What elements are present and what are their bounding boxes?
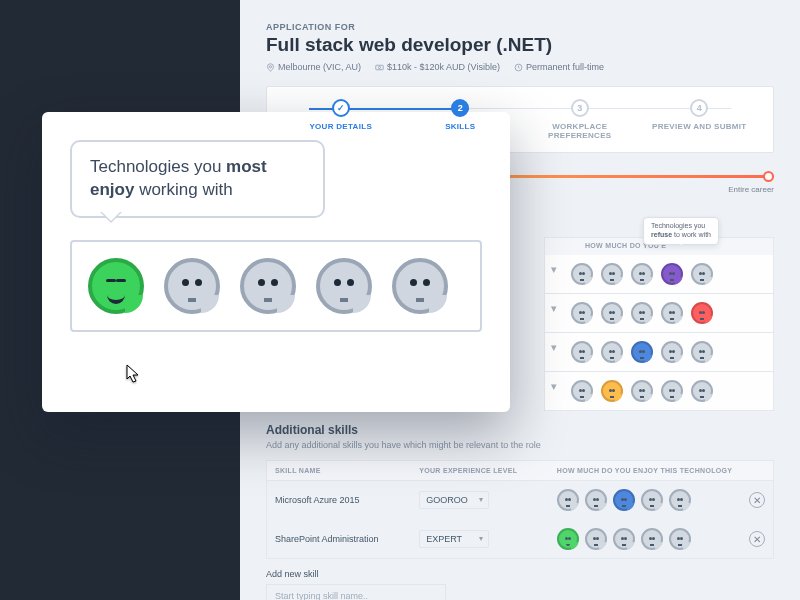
slider-knob[interactable] [763, 171, 774, 182]
step-workplace-preferences[interactable]: 3 WORKPLACE PREFERENCES [520, 99, 640, 140]
chevron-down-icon[interactable]: ▾ [551, 263, 563, 285]
face-grey[interactable] [571, 302, 593, 324]
location-meta: Melbourne (VIC, AU) [266, 62, 361, 72]
svg-point-0 [269, 66, 271, 68]
enjoy-row: ▾ [544, 333, 774, 372]
enjoy-popover: Technologies you most enjoy working with [42, 112, 510, 412]
step-skills[interactable]: 2 SKILLS [401, 99, 521, 131]
face-grey[interactable] [571, 380, 593, 402]
face-green[interactable] [557, 528, 579, 550]
face-grey[interactable] [631, 263, 653, 285]
salary-meta: $110k - $120k AUD (Visible) [375, 62, 500, 72]
face-grey[interactable] [571, 263, 593, 285]
enjoy-row: ▾ [544, 372, 774, 411]
face-orange[interactable] [601, 380, 623, 402]
chevron-down-icon[interactable]: ▾ [551, 380, 563, 402]
face-neutral-2[interactable] [164, 258, 220, 314]
col-enjoy: HOW MUCH DO YOU ENJOY THIS TECHNOLOGY [549, 461, 774, 481]
face-red[interactable] [691, 302, 713, 324]
skill-name-cell: Microsoft Azure 2015 [267, 481, 412, 520]
face-grey[interactable] [641, 528, 663, 550]
remove-skill-button[interactable]: ✕ [749, 531, 765, 547]
experience-level-select[interactable]: EXPERT [419, 530, 489, 548]
enjoy-faces [557, 528, 733, 550]
face-blue[interactable] [631, 341, 653, 363]
face-grey[interactable] [571, 341, 593, 363]
face-grey[interactable] [557, 489, 579, 511]
pin-icon [266, 63, 275, 72]
face-grey[interactable] [661, 302, 683, 324]
face-grey[interactable] [661, 380, 683, 402]
table-row: Microsoft Azure 2015GOOROO✕ [267, 481, 774, 520]
face-grey[interactable] [631, 380, 653, 402]
enjoy-row: ▾ [544, 294, 774, 333]
remove-skill-button[interactable]: ✕ [749, 492, 765, 508]
face-grey[interactable] [631, 302, 653, 324]
chevron-down-icon[interactable]: ▾ [551, 302, 563, 324]
col-experience-level: YOUR EXPERIENCE LEVEL [411, 461, 549, 481]
face-grey[interactable] [613, 528, 635, 550]
svg-point-2 [378, 66, 380, 68]
skill-name-cell: SharePoint Administration [267, 520, 412, 559]
money-icon [375, 63, 384, 72]
col-skill-name: SKILL NAME [267, 461, 412, 481]
enjoy-face-row [70, 240, 482, 332]
clock-icon [514, 63, 523, 72]
enjoy-row: ▾ [544, 255, 774, 294]
experience-level-select[interactable]: GOOROO [419, 491, 489, 509]
face-blue[interactable] [613, 489, 635, 511]
slider-max-label: Entire career [728, 185, 774, 194]
face-grey[interactable] [691, 263, 713, 285]
job-meta: Melbourne (VIC, AU) $110k - $120k AUD (V… [266, 62, 774, 72]
speech-bubble: Technologies you most enjoy working with [70, 140, 325, 218]
additional-skills-title: Additional skills [266, 423, 774, 437]
job-title: Full stack web developer (.NET) [266, 34, 774, 56]
face-grey[interactable] [601, 341, 623, 363]
cursor-icon [124, 364, 140, 384]
face-grey[interactable] [585, 528, 607, 550]
application-for-label: APPLICATION FOR [266, 22, 774, 32]
face-neutral-5[interactable] [392, 258, 448, 314]
enjoy-faces [557, 489, 733, 511]
face-grey[interactable] [661, 341, 683, 363]
face-grey[interactable] [641, 489, 663, 511]
add-skill-input[interactable]: Start typing skill name.. [266, 584, 446, 600]
face-grey[interactable] [585, 489, 607, 511]
type-meta: Permanent full-time [514, 62, 604, 72]
face-neutral-3[interactable] [240, 258, 296, 314]
face-grey[interactable] [601, 263, 623, 285]
face-neutral-4[interactable] [316, 258, 372, 314]
step-your-details[interactable]: ✓ YOUR DETAILS [281, 99, 401, 131]
table-row: SharePoint AdministrationEXPERT✕ [267, 520, 774, 559]
add-new-skill-label: Add new skill [266, 569, 774, 579]
step-preview-submit[interactable]: 4 PREVIEW AND SUBMIT [640, 99, 760, 131]
refuse-tooltip: Technologies you refuse to work with [643, 217, 719, 245]
face-purple[interactable] [661, 263, 683, 285]
additional-skills-subtitle: Add any additional skills you have which… [266, 440, 774, 450]
face-grey[interactable] [669, 528, 691, 550]
face-grey[interactable] [669, 489, 691, 511]
chevron-down-icon[interactable]: ▾ [551, 341, 563, 363]
face-grey[interactable] [691, 341, 713, 363]
face-grey[interactable] [691, 380, 713, 402]
face-grey[interactable] [601, 302, 623, 324]
svg-rect-1 [376, 65, 384, 70]
face-most-enjoy[interactable] [88, 258, 144, 314]
additional-skills-table: SKILL NAME YOUR EXPERIENCE LEVEL HOW MUC… [266, 460, 774, 559]
